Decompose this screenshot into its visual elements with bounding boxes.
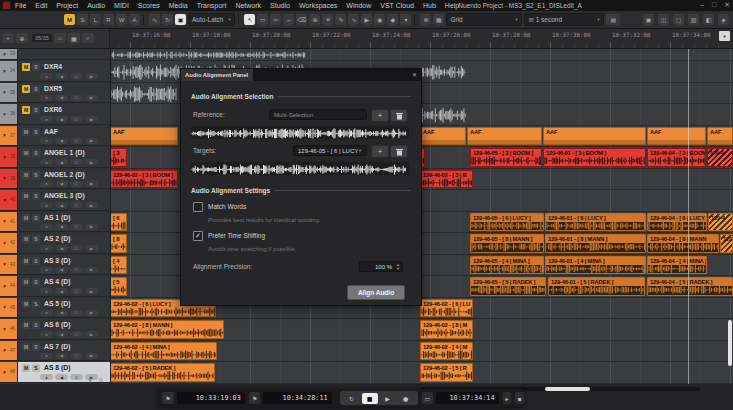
automation-button-l[interactable]: L	[90, 14, 101, 25]
menu-item-edit[interactable]: Edit	[35, 2, 47, 9]
audio-clip[interactable]: 129-46-01 - [ 4 | MINA ]	[545, 256, 646, 275]
solo-button[interactable]: S	[32, 364, 40, 372]
monitor-icon[interactable]: ◀	[55, 73, 68, 79]
spinner-arrows-icon[interactable]: ▲▼	[396, 263, 400, 271]
audio-clip[interactable]: 129-46-01 - [ 5 | RADEK ]	[548, 277, 645, 296]
stop-button[interactable]: ■	[362, 393, 378, 404]
mute-button[interactable]: M	[22, 321, 30, 329]
layout-button-5[interactable]: ◈	[718, 14, 729, 25]
monitor-icon[interactable]: ◀	[55, 159, 68, 165]
output-icon[interactable]: ▶	[85, 224, 98, 230]
channel-icon[interactable]: C	[70, 116, 83, 122]
audio-clip[interactable]: 129-46-01 - [ 3 | BOOM ]	[543, 148, 646, 167]
track-row-as-2-d-[interactable]: ▼42MSAS 2 (D)●◀C▶	[0, 233, 110, 254]
monitor-icon[interactable]: ◀	[55, 245, 68, 251]
mute-button[interactable]: M	[22, 63, 30, 71]
record-button[interactable]: ●	[398, 393, 414, 404]
menu-item-scores[interactable]: Scores	[138, 2, 160, 9]
event-list-button[interactable]: ▤	[606, 14, 620, 25]
record-icon[interactable]: ●	[40, 181, 53, 187]
align-audio-button[interactable]: Align Audio	[347, 285, 405, 300]
output-icon[interactable]: ▶	[85, 267, 98, 273]
toolbar-icon-0[interactable]: ∿	[149, 14, 160, 25]
audio-clip[interactable]: 129-46-04 - [ 6 | LUCY ]	[647, 213, 707, 232]
snap-icon-0[interactable]: ⊗	[420, 14, 431, 25]
toolbar-icon-1[interactable]: ↻	[162, 14, 173, 25]
audio-clip[interactable]: [ 3	[110, 148, 127, 167]
audio-clip[interactable]: 129-46-02 - [ 5 | R	[420, 363, 473, 382]
solo-button[interactable]: S	[32, 257, 40, 265]
play-button[interactable]: ▶	[380, 393, 396, 404]
right-locator-icon[interactable]: ⚑	[249, 392, 261, 404]
channel-icon[interactable]: C	[70, 138, 83, 144]
tool-button-3[interactable]: ⌐	[283, 14, 294, 25]
audio-clip[interactable]: 129-46-05 - [ 4 | MINA ]	[470, 256, 544, 275]
audio-clip[interactable]: 129-46-01 - [ 8 | MANN ]	[545, 234, 646, 253]
transport-extra-button[interactable]: ▸	[503, 392, 512, 404]
tool-button-0[interactable]: ↖	[244, 14, 255, 25]
mute-button[interactable]: M	[22, 128, 30, 136]
automation-button-a[interactable]: A	[129, 14, 140, 25]
mute-button[interactable]: M	[22, 171, 30, 179]
track-row-as-5-d-[interactable]: ▼45MSAS 5 (D)●◀C▶	[0, 298, 110, 319]
output-icon[interactable]: ▶	[85, 95, 98, 101]
channel-icon[interactable]: C	[70, 202, 83, 208]
record-icon[interactable]: ●	[40, 224, 53, 230]
record-icon[interactable]: ●	[40, 310, 53, 316]
output-icon[interactable]: ▶	[85, 288, 98, 294]
track-color-strip[interactable]: ▼41	[0, 212, 18, 232]
add-track-button-1[interactable]: ⊕	[16, 33, 28, 43]
tool-button-8[interactable]: ∿	[348, 14, 359, 25]
search-icon[interactable]: ⌕	[82, 33, 94, 43]
channel-icon[interactable]: C	[70, 181, 83, 187]
mute-button[interactable]: M	[22, 214, 30, 222]
audio-clip[interactable]: 129-46-01 - [ 6 | LUCY ]	[545, 213, 646, 232]
track-row-angel-1-d-[interactable]: ▼38MSANGEL 1 (D)●◀C▶	[0, 147, 110, 168]
tool-button-9[interactable]: ▶	[361, 14, 372, 25]
track-row-angel-3-d-[interactable]: ▼40MSANGEL 3 (D)●◀C▶	[0, 190, 110, 211]
tool-button-10[interactable]: ◉	[374, 14, 385, 25]
tool-button-12[interactable]: ▾	[400, 14, 411, 25]
track-row-as-1-d-[interactable]: ▼41MSAS 1 (D)●◀C▶	[0, 212, 110, 233]
track-row-dxr4[interactable]: ▼34MSDXR4●◀C▶	[0, 61, 110, 82]
menu-item-workspaces[interactable]: Workspaces	[299, 2, 337, 9]
menu-item-media[interactable]: Media	[169, 2, 188, 9]
audio-clip[interactable]: AAF	[707, 127, 733, 146]
automation-button-m[interactable]: M	[64, 14, 75, 25]
track-color-strip[interactable]: ▼37	[0, 126, 18, 146]
layout-button-2[interactable]: ▢	[673, 14, 684, 25]
minimize-icon[interactable]: –	[700, 1, 704, 9]
audio-clip[interactable]: AAF	[543, 127, 646, 146]
track-color-strip[interactable]: ▼47	[0, 341, 18, 361]
close-icon[interactable]: ✕	[412, 71, 417, 78]
tool-button-6[interactable]: ✕	[322, 14, 333, 25]
left-locator-time[interactable]: 10:33:19:03	[177, 392, 245, 404]
output-icon[interactable]: ▶	[85, 202, 98, 208]
audio-clip[interactable]: [ 8	[110, 234, 127, 253]
mute-button[interactable]: M	[22, 343, 30, 351]
track-color-strip[interactable]: ▼35	[0, 83, 18, 103]
targets-dropdown[interactable]: 129-46-05 - [ 6 | LUCY ] ▼	[293, 145, 367, 156]
remove-target-button[interactable]	[390, 145, 408, 158]
track-color-strip[interactable]: ▼42	[0, 233, 18, 253]
tool-button-7[interactable]: ✎	[335, 14, 346, 25]
record-icon[interactable]: ●	[40, 138, 53, 144]
tool-button-11[interactable]: ◆	[387, 14, 398, 25]
audio-clip[interactable]: AAF	[647, 127, 706, 146]
audio-clip[interactable]: 129-46-02 - [ 5 | RADEK ]	[110, 363, 215, 382]
output-icon[interactable]: ▶	[85, 73, 98, 79]
output-icon[interactable]: ▶	[85, 181, 98, 187]
close-icon[interactable]: ✕	[724, 1, 730, 9]
layout-button-4[interactable]: ◧	[703, 14, 714, 25]
mute-button[interactable]: M	[22, 149, 30, 157]
layout-button-1[interactable]: ◫	[658, 14, 669, 25]
mute-button[interactable]: M	[22, 106, 30, 114]
record-icon[interactable]: ●	[40, 95, 53, 101]
quantize-dropdown[interactable]: ⊞ 1 second ▼	[524, 13, 604, 26]
track-row-angel-2-d-[interactable]: ▼39MSANGEL 2 (D)●◀C▶	[0, 169, 110, 190]
vertical-scrollbar-thumb[interactable]	[728, 320, 732, 366]
track-color-strip[interactable]: ▼33	[0, 48, 18, 59]
track-row-as-3-d-[interactable]: ▼43MSAS 3 (D)●◀C▶	[0, 255, 110, 276]
record-icon[interactable]: ●	[40, 159, 53, 165]
audio-clip[interactable]	[420, 62, 467, 81]
